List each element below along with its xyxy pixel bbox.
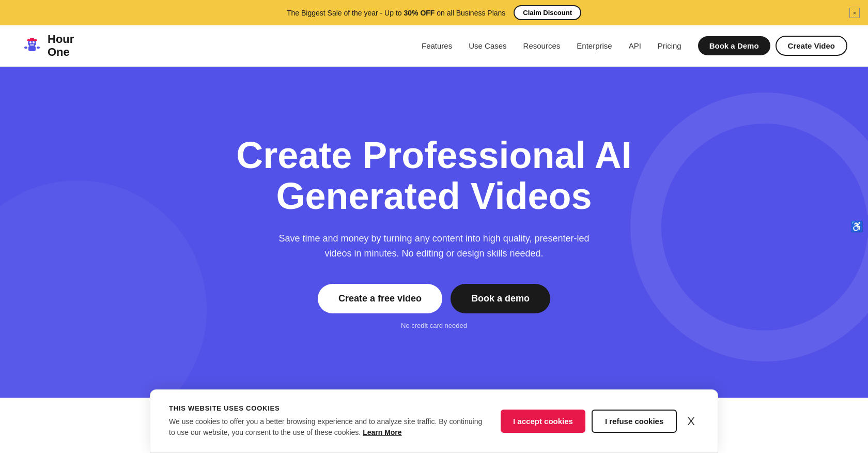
accessibility-button[interactable]: ♿ — [845, 215, 868, 238]
nav-use-cases[interactable]: Use Cases — [469, 41, 506, 50]
nav-enterprise[interactable]: Enterprise — [577, 41, 612, 50]
book-demo-button[interactable]: Book a Demo — [698, 36, 770, 55]
hero-create-free-video-button[interactable]: Create a free video — [318, 284, 442, 313]
nav-features[interactable]: Features — [422, 41, 452, 50]
logo-icon — [21, 35, 43, 57]
no-credit-label: No credit card needed — [401, 322, 467, 329]
logo-text: Hour One — [48, 33, 74, 58]
svg-rect-9 — [37, 47, 40, 49]
hero-section: Create Professional AI Generated Videos … — [0, 67, 868, 398]
nav-api[interactable]: API — [629, 41, 641, 50]
hero-book-demo-button[interactable]: Book a demo — [451, 284, 550, 313]
svg-rect-5 — [30, 44, 34, 46]
cookie-banner: THIS WEBSITE USES COOKIES We use cookies… — [150, 389, 718, 398]
nav-resources[interactable]: Resources — [523, 41, 561, 50]
navbar: Hour One Features Use Cases Resources En… — [0, 25, 868, 67]
logo-link[interactable]: Hour One — [21, 33, 74, 58]
svg-rect-7 — [30, 38, 34, 40]
hero-buttons: Create a free video Book a demo — [318, 284, 550, 313]
nav-pricing[interactable]: Pricing — [658, 41, 681, 50]
svg-point-3 — [29, 41, 32, 43]
announcement-text: The Biggest Sale of the year - Up to 30%… — [287, 9, 505, 17]
announcement-close-button[interactable]: × — [849, 8, 860, 18]
svg-rect-8 — [24, 47, 27, 49]
hero-title: Create Professional AI Generated Videos — [202, 135, 667, 217]
nav-links: Features Use Cases Resources Enterprise … — [422, 41, 681, 51]
svg-rect-2 — [28, 46, 36, 51]
announcement-bar: The Biggest Sale of the year - Up to 30%… — [0, 0, 868, 25]
svg-point-4 — [33, 41, 35, 43]
hero-subtitle: Save time and money by turning any conte… — [269, 231, 599, 261]
claim-discount-button[interactable]: Claim Discount — [514, 5, 581, 20]
accessibility-icon: ♿ — [850, 220, 863, 233]
create-video-button[interactable]: Create Video — [776, 36, 847, 56]
